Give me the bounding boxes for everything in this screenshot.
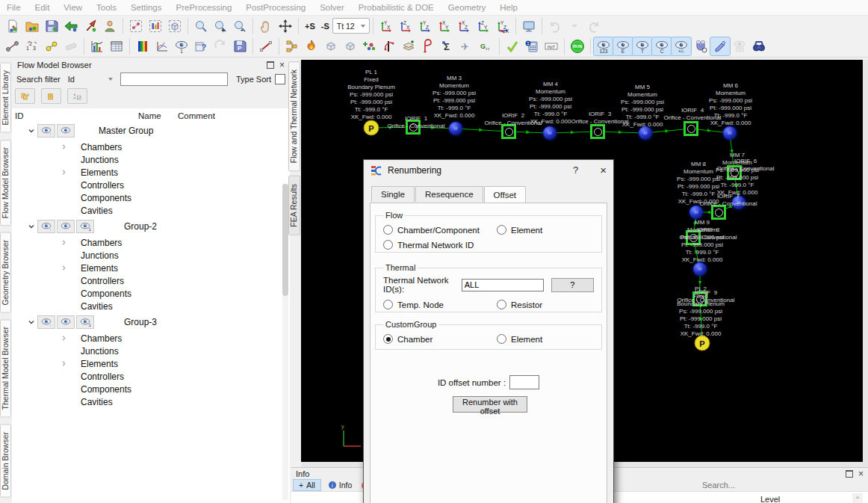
pressure-curve-button[interactable] (418, 37, 438, 55)
tree-item-group-3-components[interactable]: Components (12, 383, 290, 395)
group-row-group-2[interactable]: -1Group-2 (12, 217, 290, 236)
dock-tab-domain-browser[interactable]: Domain Browser (0, 425, 11, 498)
select-elements-button[interactable] (146, 17, 165, 35)
colormap-button[interactable] (133, 37, 152, 55)
dialog-tab-resequence[interactable]: Resequence (415, 186, 483, 202)
column-header-level[interactable]: Level (760, 495, 780, 503)
zoom-in-button[interactable]: + (211, 17, 230, 35)
float-info-panel-icon[interactable] (846, 470, 853, 478)
plot-results-button[interactable] (152, 37, 172, 55)
tree-item-master-group-junctions[interactable]: Junctions (12, 153, 290, 166)
tree-item-group-2-elements[interactable]: Elements (12, 262, 290, 274)
show-elements-eye-button[interactable]: E (613, 37, 633, 55)
initialize-button[interactable]: INIT (542, 37, 561, 55)
dialog-close-button[interactable]: × (600, 164, 607, 176)
thermal-ids-help-button[interactable]: ? (551, 278, 594, 292)
thermal-ids-input[interactable] (462, 279, 544, 291)
chevron-down-icon[interactable] (25, 127, 37, 135)
check-model-button[interactable] (503, 37, 522, 55)
chevron-down-icon[interactable] (25, 223, 37, 230)
close-panel-icon[interactable]: × (279, 61, 285, 69)
export-model-button[interactable] (81, 17, 100, 35)
chevron-right-icon[interactable] (58, 265, 69, 271)
renumber-with-offset-button[interactable]: Renumber with offset (453, 396, 527, 413)
visibility-eye-button[interactable] (57, 315, 75, 329)
search-filter-dropdown[interactable]: Id (64, 73, 117, 85)
add-network-button[interactable] (360, 37, 379, 55)
new-model-button[interactable] (3, 17, 22, 35)
menu-tools[interactable]: Tools (96, 3, 117, 12)
menu-preprocessing[interactable]: PreProcessing (176, 3, 232, 12)
visibility-eye-button[interactable]: - (37, 315, 55, 329)
tree-item-master-group-elements[interactable]: Elements (12, 166, 290, 179)
properties-help-button[interactable]: ? (191, 37, 211, 55)
dialog-tab-single[interactable]: Single (371, 186, 415, 202)
mm-3-node[interactable]: M (449, 122, 462, 135)
message-search-input[interactable] (701, 480, 831, 490)
mm-4-node[interactable]: M (543, 126, 557, 140)
radio-custom-element[interactable]: Element (497, 334, 594, 344)
canvas-tab-fea-results[interactable]: FEA Results (288, 176, 300, 235)
dock-tab-geometry-browser[interactable]: Geometry Browser (0, 232, 11, 313)
create-node-element-button[interactable] (42, 37, 61, 55)
column-header-comment[interactable]: Comment (178, 111, 215, 120)
create-resistor-button[interactable] (256, 37, 276, 55)
combustion-button[interactable] (302, 37, 321, 55)
iorif-3-node[interactable] (590, 124, 605, 139)
dialog-help-button[interactable]: ? (573, 164, 578, 176)
chevron-right-icon[interactable] (58, 335, 69, 342)
decrease-symbol-size-button[interactable]: -S (318, 17, 332, 35)
run-solver-button[interactable]: RUN (568, 37, 587, 55)
iorif-4-node[interactable] (683, 121, 698, 136)
model-tree-button[interactable] (282, 37, 302, 55)
tree-item-group-2-chambers[interactable]: Chambers (12, 236, 290, 249)
view-zy-button[interactable]: ZY (474, 17, 493, 35)
integrator-button[interactable] (379, 37, 399, 55)
pan-button[interactable] (256, 17, 276, 35)
summation-button[interactable]: Σ (438, 37, 457, 55)
user-profile-button[interactable] (100, 17, 120, 35)
view-zx-button[interactable]: ZX (396, 17, 415, 35)
menu-help[interactable]: Help (500, 3, 518, 12)
highlight-selection-button[interactable] (710, 37, 730, 55)
zoom-out-button[interactable]: - (230, 17, 249, 35)
tree-item-master-group-controllers[interactable]: Controllers (12, 179, 290, 191)
view-yz-button[interactable]: YZ (415, 17, 435, 35)
tree-scrollbar[interactable] (282, 184, 288, 500)
canvas-tab-flow-and-thermal-network[interactable]: Flow and Thermal Network (288, 61, 300, 171)
view-xz-button[interactable]: XZ (454, 17, 474, 35)
tree-item-master-group-components[interactable]: Components (12, 191, 290, 204)
tree-item-master-group-cavities[interactable]: Cavities (12, 204, 290, 217)
visibility-eye-button[interactable]: 1 (76, 220, 94, 233)
undo-button[interactable] (545, 17, 565, 35)
float-panel-icon[interactable] (267, 61, 274, 69)
tree-item-group-2-components[interactable]: Components (12, 287, 290, 300)
chevron-down-icon[interactable] (25, 318, 37, 326)
menu-geometry[interactable]: Geometry (448, 3, 486, 12)
display-options-button[interactable] (519, 17, 539, 35)
dialog-tab-offset[interactable]: Offset (484, 186, 526, 203)
chevron-right-icon[interactable] (58, 144, 69, 150)
font-size-dropdown[interactable]: Tt 12 (332, 18, 370, 34)
dialog-titlebar[interactable]: Renumbering ? × (364, 160, 613, 180)
radio-flow-element[interactable]: Element (497, 225, 594, 235)
view-xy-button[interactable]: XY (435, 17, 454, 35)
info-tab-all[interactable]: + All (294, 480, 320, 490)
view-isometric-button[interactable]: YZX (493, 17, 512, 35)
menu-file[interactable]: File (7, 3, 21, 12)
chevron-right-icon[interactable] (58, 169, 69, 176)
tree-item-group-3-controllers[interactable]: Controllers (12, 370, 290, 383)
search-magnet-button[interactable] (691, 37, 710, 55)
search-input[interactable] (120, 72, 228, 86)
expand-all-groups-button[interactable] (15, 88, 35, 104)
canvas-vertical-scrollbar[interactable] (863, 60, 868, 467)
close-info-panel-icon[interactable]: × (858, 470, 864, 478)
id-offset-input[interactable] (509, 375, 539, 389)
import-model-button[interactable] (61, 17, 81, 35)
type-sort-checkbox[interactable] (275, 74, 285, 84)
radio-flow-chamber-component[interactable]: Chamber/Component (383, 225, 497, 235)
column-header-id[interactable]: ID (15, 111, 24, 120)
show-result-set-button[interactable]: 1 (172, 37, 191, 55)
cad-view-alt-button[interactable] (341, 37, 360, 55)
column-header-name[interactable]: Name (138, 111, 161, 120)
